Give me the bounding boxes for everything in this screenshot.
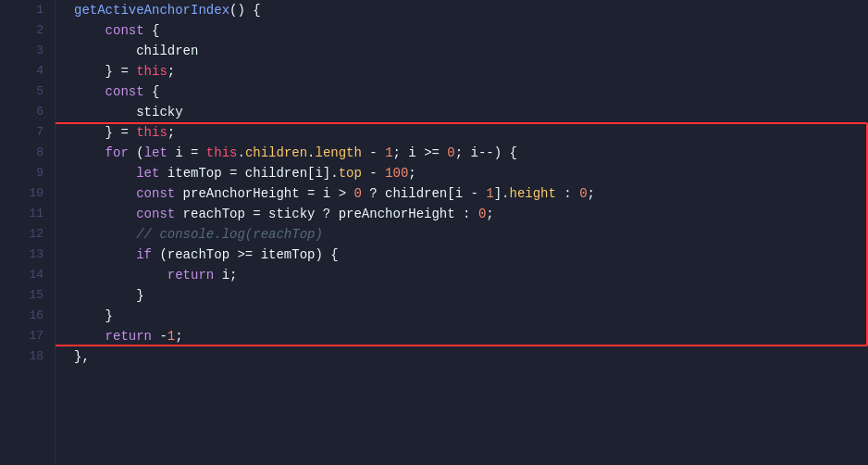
token-num: 0: [579, 186, 587, 201]
code-line: return i;: [74, 265, 868, 285]
token-plain: ? children[i -: [362, 186, 486, 201]
token-plain: ;: [408, 166, 415, 181]
token-prop: children: [245, 145, 307, 160]
token-this-kw: this: [136, 64, 167, 79]
code-line: sticky: [74, 102, 868, 122]
line-number: 10: [0, 183, 55, 204]
token-num: 100: [385, 166, 408, 181]
token-kw: return: [74, 329, 152, 344]
line-number: 11: [0, 204, 55, 224]
token-plain: } =: [74, 64, 136, 79]
line-number: 2: [0, 20, 55, 41]
token-kw: for: [74, 145, 129, 160]
token-plain: -: [362, 145, 385, 160]
token-plain: }: [74, 288, 144, 303]
token-num: 0: [447, 145, 454, 160]
token-num: 1: [486, 186, 493, 201]
token-plain: ;: [588, 186, 595, 201]
code-line: }: [74, 285, 868, 306]
token-plain: () {: [229, 3, 261, 18]
line-number: 17: [0, 326, 55, 346]
token-num: 1: [385, 145, 392, 160]
code-line: const {: [74, 20, 868, 41]
line-numbers: 123456789101112131415161718: [0, 0, 56, 465]
token-plain: ; i--) {: [455, 145, 517, 160]
line-number: 18: [0, 346, 55, 367]
token-kw: const: [74, 186, 175, 201]
token-plain: .: [307, 145, 315, 160]
token-plain: }: [74, 308, 113, 323]
token-plain: ;: [486, 207, 493, 221]
token-prop: top: [339, 166, 362, 181]
code-container: 123456789101112131415161718 getActiveAnc…: [0, 0, 868, 465]
code-line: const reachTop = sticky ? preAnchorHeigh…: [74, 204, 868, 224]
token-kw: const: [74, 84, 144, 99]
token-plain: reachTop = sticky ? preAnchorHeight :: [175, 207, 478, 221]
token-plain: ; i >=: [393, 145, 448, 160]
token-plain: -: [152, 329, 167, 344]
code-area: getActiveAnchorIndex() { const { childre…: [56, 0, 868, 465]
token-plain: } =: [74, 125, 136, 140]
token-plain: },: [74, 349, 90, 364]
code-line: } = this;: [74, 61, 868, 82]
line-number: 6: [0, 102, 55, 122]
line-number: 16: [0, 306, 55, 326]
token-plain: itemTop = children[i].: [159, 166, 338, 181]
token-kw: if: [74, 247, 152, 262]
line-number: 5: [0, 82, 55, 102]
code-line: const preAnchorHeight = i > 0 ? children…: [74, 183, 868, 204]
token-this-kw: this: [136, 125, 167, 140]
token-prop: length: [316, 145, 362, 160]
code-line: children: [74, 41, 868, 61]
line-number: 3: [0, 41, 55, 61]
code-line: },: [74, 346, 868, 367]
line-number: 15: [0, 285, 55, 306]
token-prop: height: [510, 186, 556, 201]
line-number: 14: [0, 265, 55, 285]
token-this-kw: this: [206, 145, 238, 160]
line-number: 12: [0, 224, 55, 245]
code-line: }: [74, 306, 868, 326]
token-plain: ;: [167, 125, 175, 140]
code-line: for (let i = this.children.length - 1; i…: [74, 143, 868, 163]
token-plain: i;: [214, 268, 237, 283]
token-plain: children: [74, 44, 198, 58]
token-plain: (reachTop >= itemTop) {: [152, 247, 339, 262]
code-editor: 123456789101112131415161718 getActiveAnc…: [0, 0, 868, 465]
token-kw: return: [74, 268, 214, 283]
line-number: 13: [0, 245, 55, 265]
line-number: 7: [0, 122, 55, 143]
token-num: 1: [167, 329, 175, 344]
line-number: 1: [0, 0, 55, 20]
token-plain: {: [144, 23, 160, 38]
token-plain: -: [362, 166, 385, 181]
code-line: let itemTop = children[i].top - 100;: [74, 163, 868, 183]
line-number: 9: [0, 163, 55, 183]
token-plain: (: [129, 145, 144, 160]
token-num: 0: [353, 186, 361, 201]
token-kw: const: [74, 207, 175, 221]
code-line: if (reachTop >= itemTop) {: [74, 245, 868, 265]
line-number: 8: [0, 143, 55, 163]
token-plain: ;: [175, 329, 182, 344]
token-plain: i =: [167, 145, 206, 160]
code-line: // console.log(reachTop): [74, 224, 868, 245]
token-plain: sticky: [74, 105, 183, 119]
token-plain: {: [144, 84, 160, 99]
code-line: const {: [74, 82, 868, 102]
token-kw: let: [74, 166, 159, 181]
code-line: return -1;: [74, 326, 868, 346]
token-plain: ;: [167, 64, 175, 79]
token-plain: preAnchorHeight = i >: [175, 186, 353, 201]
token-plain: :: [556, 186, 579, 201]
code-line: getActiveAnchorIndex() {: [74, 0, 868, 20]
token-plain: ].: [494, 186, 510, 201]
token-comment: // console.log(reachTop): [74, 227, 323, 242]
token-plain: .: [237, 145, 244, 160]
line-number: 4: [0, 61, 55, 82]
token-kw: const: [74, 23, 144, 38]
code-line: } = this;: [74, 122, 868, 143]
token-fn: getActiveAnchorIndex: [74, 3, 229, 18]
token-kw: let: [144, 145, 167, 160]
